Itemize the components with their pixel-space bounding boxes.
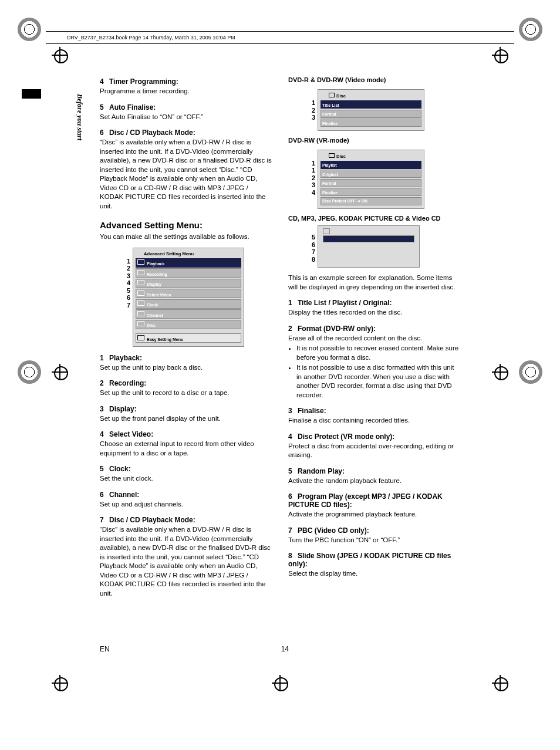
footer-page-number: 14 [281, 645, 289, 653]
body-text: Activate the random playback feature. [288, 477, 460, 486]
disc-icon [329, 93, 335, 97]
bullet-item: It is not possible to recover erased con… [296, 344, 460, 362]
menu-row: Playlist [321, 161, 421, 169]
heading-item: 5Clock: [100, 465, 272, 473]
right-column: DVD-R & DVD-RW (Video mode) 123 Disc Tit… [288, 70, 460, 598]
body-text: Programme a timer recording. [100, 87, 272, 96]
menu-title: Advanced Setting Menu [136, 251, 241, 258]
heading-item: 3Display: [100, 405, 272, 413]
menu-cd-blank: 5678 [318, 225, 420, 268]
menu-row: Easy Setting Menu [136, 333, 241, 343]
heading-item: 1Playback: [100, 354, 272, 362]
menu-row: Format [321, 179, 421, 187]
heading-auto-finalise: 5Auto Finalise: [100, 103, 272, 112]
video-icon [137, 290, 144, 296]
body-text: “Disc” is available only when a DVD-RW /… [100, 138, 272, 211]
menu-row: Disc [136, 320, 241, 329]
menu-numbers: 5678 [312, 234, 315, 263]
menu-row: Disc Protect OFF ➜ ON [321, 197, 421, 205]
disc-icon [329, 153, 335, 158]
body-text: Select the display time. [288, 569, 460, 579]
menu-advanced-setting: 1234567 Advanced Setting Menu Playback R… [133, 248, 244, 347]
playback-icon [137, 259, 144, 265]
body-text: This is an example screen for explanatio… [288, 273, 460, 292]
left-column: 4Timer Programming: Programme a timer re… [100, 70, 272, 598]
body-text: Set up the unit to play back a disc. [100, 363, 272, 373]
easy-icon [137, 335, 144, 340]
menu-row: Recording [136, 268, 241, 278]
heading-item: 4Select Video: [100, 430, 272, 438]
bullet-list: It is not possible to recover erased con… [288, 344, 460, 400]
body-text: Set up the unit to record to a disc or a… [100, 388, 272, 398]
menu-row: Finalise [321, 188, 421, 196]
menu-row: Display [136, 279, 241, 288]
menu-disc-video: 123 Disc Title List Format Finalise [318, 89, 424, 131]
heading-item: 6Channel: [100, 491, 272, 499]
menu-disc-vr: 11234 Disc Playlist Original Format Fina… [318, 150, 424, 210]
heading-item: 2Recording: [100, 379, 272, 387]
menu-numbers: 1234567 [127, 258, 130, 309]
menu-row: Channel [136, 309, 241, 319]
heading-item: 3Finalise: [288, 407, 460, 415]
heading-item: 8Slide Show (JPEG / KODAK PICTURE CD fil… [288, 552, 460, 568]
menu-row: Finalise [321, 119, 421, 127]
menu-row: Original [321, 170, 421, 178]
heading-item: 5Random Play: [288, 467, 460, 475]
heading-item: 4Disc Protect (VR mode only): [288, 433, 460, 441]
menu-numbers: 123 [312, 99, 315, 121]
menu-title: Disc [321, 153, 421, 161]
bullet-item: It is not possible to use a disc formatt… [296, 363, 460, 400]
clock-icon [137, 300, 144, 306]
menu-row: Clock [136, 299, 241, 309]
heading-item: 2Format (DVD-RW only): [288, 325, 460, 333]
subhead: DVD-R & DVD-RW (Video mode) [288, 76, 460, 83]
menu-row: Format [321, 110, 421, 118]
heading-item: 1Title List / Playlist / Original: [288, 299, 460, 307]
body-text: Set up the front panel display of the un… [100, 414, 272, 424]
heading-item: 7PBC (Video CD only): [288, 526, 460, 535]
body-text: Turn the PBC function “ON” or “OFF.” [288, 536, 460, 545]
body-text: Display the titles recorded on the disc. [288, 308, 460, 317]
body-text: You can make all the settings available … [100, 232, 272, 242]
playback-icon [323, 228, 330, 234]
body-text: “Disc” is available only when a DVD-RW /… [100, 525, 272, 598]
body-text: Set up and adjust channels. [100, 500, 272, 509]
body-text: Protect a disc from accidental over-reco… [288, 442, 460, 460]
subhead: DVD-RW (VR-mode) [288, 137, 460, 144]
heading-item: 6Program Play (except MP3 / JPEG / KODAK… [288, 492, 460, 509]
body-text: Set Auto Finalise to “ON” or “OFF.” [100, 113, 272, 122]
heading-timer: 4Timer Programming: [100, 77, 272, 86]
heading-item: 7Disc / CD Playback Mode: [100, 516, 272, 524]
body-text: Set the unit clock. [100, 474, 272, 484]
display-icon [137, 280, 144, 285]
body-text: Erase all of the recorded content on the… [288, 334, 460, 343]
footer-lang: EN [100, 645, 110, 653]
menu-row: Select Video [136, 289, 241, 298]
heading-disc-cd: 6Disc / CD Playback Mode: [100, 129, 272, 137]
menu-row: Playback [136, 258, 241, 268]
recording-icon [137, 270, 144, 275]
page-footer: EN 14 [100, 645, 460, 653]
subhead: CD, MP3, JPEG, KODAK PICTURE CD & Video … [288, 215, 460, 222]
disc-icon [137, 321, 144, 326]
channel-icon [137, 311, 144, 316]
menu-numbers: 11234 [312, 160, 315, 197]
body-text: Choose an external input to record from … [100, 440, 272, 458]
menu-row: Title List [321, 100, 421, 109]
menu-row [323, 235, 414, 242]
body-text: Finalise a disc containing recorded titl… [288, 416, 460, 425]
menu-title: Disc [321, 92, 421, 100]
body-text: Activate the programmed playback feature… [288, 510, 460, 519]
section-heading: Advanced Setting Menu: [100, 220, 272, 230]
